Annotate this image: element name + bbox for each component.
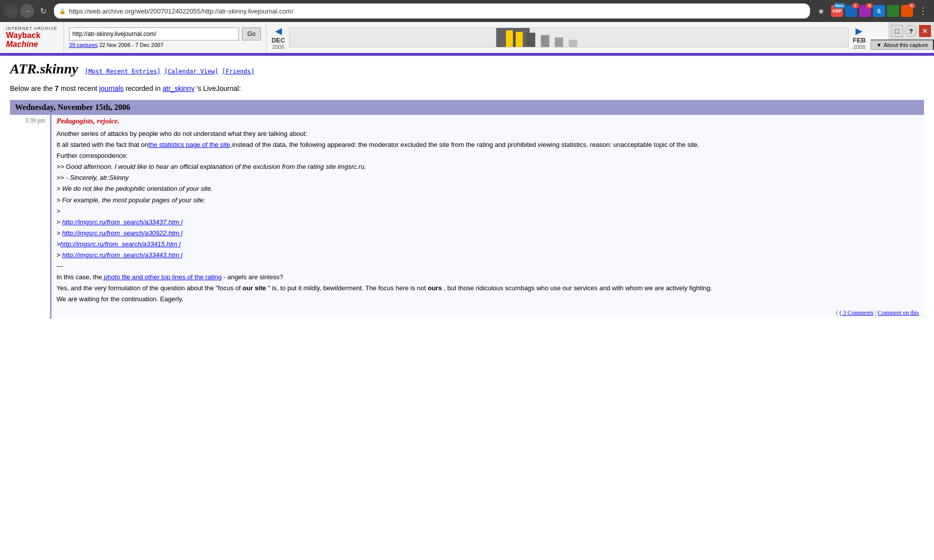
comments-link[interactable]: ( 3 Comments — [840, 309, 874, 316]
captures-count-link[interactable]: 39 captures — [69, 42, 98, 48]
ext-badge-2: 1 — [852, 3, 859, 8]
ext-icon-2[interactable]: 1 — [845, 5, 857, 17]
intro-user-link[interactable]: atr_skinny — [162, 84, 194, 92]
forward-button[interactable]: → — [20, 4, 34, 18]
bookmark-button[interactable]: ★ — [814, 4, 828, 18]
about-capture-button[interactable]: ▼ About this capture — [870, 39, 934, 50]
extension-icons: ABP New 1 5 S 4 — [831, 5, 913, 17]
entry-body: Pedagogists, rejoice. Another series of … — [50, 115, 924, 319]
entry-title: Pedagogists, rejoice. — [56, 117, 120, 125]
intro-paragraph: Below are the 7 most recent journals rec… — [10, 84, 924, 92]
ext-badge-5: 4 — [908, 3, 915, 8]
about-capture-arrow: ▼ — [876, 42, 882, 48]
para-2: It all started with the fact that onthe … — [56, 139, 919, 150]
intro-suffix1: recorded in — [124, 84, 162, 92]
new-badge: New — [834, 3, 845, 8]
stats-page-link[interactable]: the statistics page of the site, — [148, 141, 232, 148]
wayback-go-button[interactable]: Go — [242, 27, 261, 40]
wayback-machine-text: Machine — [6, 40, 38, 48]
dec-nav: ◀ DEC 2006 — [272, 25, 285, 50]
photo-link[interactable]: photo file and other top lines of the ra… — [102, 273, 222, 281]
svg-rect-4 — [569, 40, 578, 47]
captures-info: 39 captures 22 Nov 2006 - 7 Dec 2007 — [69, 42, 261, 48]
wayback-logo: Wayback Machine — [6, 31, 58, 49]
dec-nav-arrow[interactable]: ◀ — [275, 25, 282, 36]
page-title: ATR.skinny — [10, 61, 78, 76]
back-button[interactable]: ← — [4, 4, 18, 18]
entry-content: Another series of attacks by people who … — [56, 128, 919, 305]
browser-chrome: ← → ↻ 🔒 https://web.archive.org/web/2007… — [0, 0, 934, 22]
captures-range: 22 Nov 2006 - 7 Dec 2007 — [99, 42, 163, 48]
wayback-logo-text: Wayback — [6, 31, 40, 39]
para-closing: We are waiting for the continuation. Eag… — [56, 294, 919, 305]
dec-label: DEC — [272, 36, 285, 44]
help-button[interactable]: ? — [905, 25, 917, 37]
feb-year: 2008 — [853, 44, 865, 50]
entry-time: 3:39 pm — [10, 115, 50, 319]
feb-nav: ▶ FEB 2008 — [852, 25, 866, 50]
separator: | — [875, 309, 876, 316]
journal-entry: 3:39 pm Pedagogists, rejoice. Another se… — [10, 115, 924, 319]
lock-icon: 🔒 — [59, 8, 66, 14]
ia-text: INTERNET ARCHIVE — [6, 26, 58, 31]
browser-actions: ★ ABP New 1 5 S 4 ⋮ — [814, 4, 930, 18]
right-controls: □ ? ✕ ▼ About this capture — [870, 22, 934, 53]
comment-on-this-link[interactable]: Comment on this — [878, 309, 919, 316]
page-content: ATR.skinny [Most Recent Entries] [Calend… — [0, 56, 934, 324]
intro-prefix: Below are the — [10, 84, 55, 92]
nav-friends[interactable]: [Friends] — [222, 68, 254, 75]
page-nav: [Most Recent Entries] [Calendar View] [F… — [84, 68, 254, 75]
svg-rect-3 — [555, 37, 564, 47]
purple-separator-line — [0, 53, 934, 55]
wayback-url-input[interactable] — [69, 27, 239, 40]
entry-title-wrap: Pedagogists, rejoice. — [56, 117, 919, 125]
nav-recent-entries[interactable]: [Most Recent Entries] — [84, 68, 160, 75]
para-1: Another series of attacks by people who … — [56, 128, 919, 139]
menu-button[interactable]: ⋮ — [916, 4, 930, 18]
svg-rect-7 — [516, 32, 523, 47]
close-button[interactable]: ✕ — [919, 25, 931, 37]
intro-middle: most recent — [58, 84, 99, 92]
restore-window-button[interactable]: □ — [891, 25, 903, 37]
feb-label: FEB — [852, 36, 866, 44]
ext-icon-s[interactable]: S — [873, 5, 885, 17]
link-4[interactable]: http://imgsrc.ru/from_search/a33443.htm … — [62, 251, 182, 259]
adblock-extension[interactable]: ABP New — [831, 5, 843, 17]
address-text: https://web.archive.org/web/200701240220… — [69, 7, 805, 15]
nav-calendar-view[interactable]: [Calendar View] — [164, 68, 218, 75]
para-separator: --- — [56, 261, 919, 272]
address-bar: 🔒 https://web.archive.org/web/2007012402… — [54, 3, 810, 18]
svg-rect-2 — [541, 35, 550, 47]
intro-journals-link[interactable]: journals — [99, 84, 124, 92]
timeline-bar[interactable] — [289, 27, 848, 47]
wayback-toolbar: INTERNET ARCHIVE Wayback Machine Go 39 c… — [0, 22, 934, 56]
dec-year: 2006 — [272, 44, 284, 50]
about-capture-label: About this capture — [884, 42, 928, 48]
para-quote2: > We do not like the pedophilic orientat… — [56, 183, 919, 261]
link-1[interactable]: http://imgsrc.ru/from_search/a33437.htm … — [62, 218, 182, 226]
ext-icon-4[interactable] — [887, 5, 899, 17]
nav-buttons: ← → ↻ — [4, 4, 50, 18]
ext-badge-3: 5 — [866, 3, 873, 8]
comments-row: ( ( 3 Comments | Comment on this — [56, 305, 919, 317]
page-header: ATR.skinny [Most Recent Entries] [Calend… — [10, 61, 924, 77]
svg-rect-6 — [506, 30, 513, 47]
ours-bold: ours — [428, 284, 442, 292]
para-photo: In this case, the photo file and other t… — [56, 272, 919, 283]
link-2[interactable]: http://imgsrc.ru/from_search/a30922.htm … — [62, 229, 182, 237]
link-3[interactable]: http://imgsrc.ru/from_search/a33415.htm … — [60, 240, 181, 248]
ext-icon-5[interactable]: 4 — [901, 5, 913, 17]
intro-suffix2: 's LiveJournal: — [194, 84, 241, 92]
date-header: Wednesday, November 15th, 2006 — [10, 100, 924, 115]
ext-icon-3[interactable]: 5 — [859, 5, 871, 17]
our-site-bold: our site — [242, 284, 266, 292]
feb-nav-arrow[interactable]: ▶ — [856, 25, 862, 36]
para-focus: Yes, and the very formulation of the que… — [56, 283, 919, 294]
para-quote1: >> Good afternoon. I would like to hear … — [56, 161, 919, 183]
refresh-button[interactable]: ↻ — [36, 4, 50, 18]
para-3: Further correspondence: — [56, 150, 919, 161]
